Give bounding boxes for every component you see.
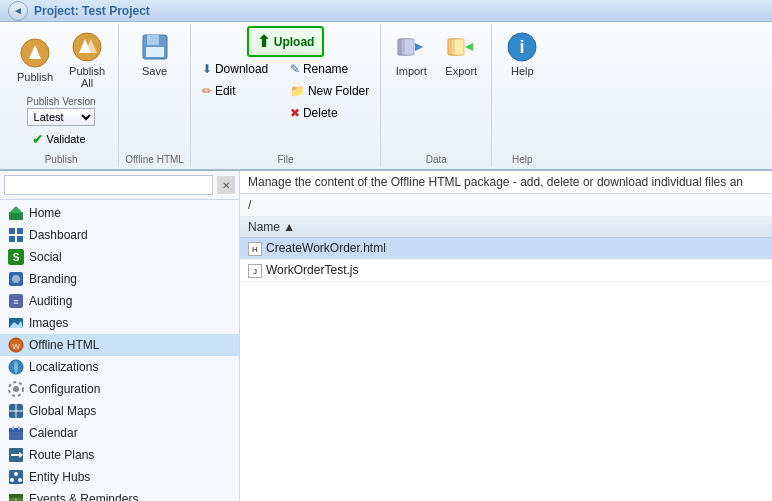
rename-button[interactable]: ✎ Rename	[285, 59, 374, 79]
routeplans-icon	[8, 447, 24, 463]
sidebar-item-routeplans-label: Route Plans	[29, 448, 94, 462]
edit-button[interactable]: ✏ Edit	[197, 81, 277, 101]
publish-icon	[19, 37, 51, 69]
svg-text:i: i	[520, 37, 525, 57]
publish-all-icon	[71, 31, 103, 63]
validate-button[interactable]: ✔ Validate	[27, 128, 96, 150]
social-icon: S	[8, 249, 24, 265]
export-button[interactable]: Export	[437, 26, 485, 82]
file-name: CreateWorkOrder.html	[266, 241, 386, 255]
save-button[interactable]: Save	[131, 26, 179, 82]
sidebar-item-configuration-label: Configuration	[29, 382, 100, 396]
localizations-icon	[8, 359, 24, 375]
sidebar-item-offline[interactable]: W Offline HTML	[0, 334, 239, 356]
current-path: /	[248, 198, 251, 212]
svg-rect-10	[404, 39, 414, 55]
svg-rect-23	[17, 236, 23, 242]
sidebar-item-routeplans[interactable]: Route Plans	[0, 444, 239, 466]
validate-check-icon: ✔	[32, 131, 44, 147]
sidebar-item-globalmaps[interactable]: Global Maps	[0, 400, 239, 422]
ribbon-group-data: Import Export Data	[381, 24, 492, 167]
svg-rect-41	[9, 428, 23, 432]
globalmaps-icon	[8, 403, 24, 419]
entityhubs-icon	[8, 469, 24, 485]
table-row[interactable]: HCreateWorkOrder.html	[240, 238, 772, 260]
column-name-header[interactable]: Name ▲	[240, 217, 772, 238]
sidebar-item-home[interactable]: Home	[0, 202, 239, 224]
upload-button[interactable]: ⬆ Upload	[247, 26, 325, 57]
export-label: Export	[445, 65, 477, 77]
back-button[interactable]: ◄	[8, 1, 28, 21]
file-icon: J	[248, 264, 262, 278]
help-button[interactable]: i Help	[498, 26, 546, 82]
sidebar-item-social[interactable]: S Social	[0, 246, 239, 268]
download-button[interactable]: ⬇ Download	[197, 59, 277, 79]
sidebar-item-auditing[interactable]: ≡ Auditing	[0, 290, 239, 312]
calendar-icon	[8, 425, 24, 441]
sidebar-item-entityhubs[interactable]: Entity Hubs	[0, 466, 239, 488]
publish-all-button[interactable]: PublishAll	[62, 26, 112, 94]
branding-icon	[8, 271, 24, 287]
ribbon-group-publish: Publish PublishAll Publish Version	[4, 24, 119, 167]
search-bar: ✕	[0, 171, 239, 200]
publish-button[interactable]: Publish	[10, 32, 60, 88]
svg-rect-21	[17, 228, 23, 234]
publish-all-label: PublishAll	[69, 65, 105, 89]
publish-label: Publish	[17, 71, 53, 83]
dashboard-icon	[8, 227, 24, 243]
new-folder-button[interactable]: 📁 New Folder	[285, 81, 374, 101]
title-bar: ◄ Project: Test Project	[0, 0, 772, 22]
sidebar-item-dashboard[interactable]: Dashboard	[0, 224, 239, 246]
path-bar: /	[240, 194, 772, 217]
clear-search-button[interactable]: ✕	[217, 176, 235, 194]
file-browser: / Name ▲ HCreateWorkOrder.htmlJWorkOrder…	[240, 194, 772, 501]
ribbon-group-file: ⬆ Upload ⬇ Download ✏ Edit ✎ Rename	[191, 24, 381, 167]
publish-version-label: Publish Version	[27, 96, 96, 107]
file-table: Name ▲ HCreateWorkOrder.htmlJWorkOrderTe…	[240, 217, 772, 282]
save-label: Save	[142, 65, 167, 77]
sidebar-item-branding[interactable]: Branding	[0, 268, 239, 290]
auditing-icon: ≡	[8, 293, 24, 309]
delete-icon: ✖	[290, 106, 300, 120]
file-icon: H	[248, 242, 262, 256]
sidebar-item-calendar[interactable]: Calendar	[0, 422, 239, 444]
svg-marker-19	[9, 206, 23, 213]
offline-group-label: Offline HTML	[125, 152, 184, 165]
upload-label: Upload	[274, 35, 315, 49]
sidebar: ✕ Home Dashboard S Social	[0, 171, 240, 501]
version-select[interactable]: Latest 1.0 2.0	[27, 108, 95, 126]
configuration-icon	[8, 381, 24, 397]
sidebar-item-events[interactable]: ! Events & Reminders	[0, 488, 239, 501]
svg-rect-42	[12, 426, 14, 430]
export-icon	[445, 31, 477, 63]
publish-group-label: Publish	[45, 152, 78, 165]
ribbon-group-help: i Help Help	[492, 24, 552, 167]
new-folder-label: New Folder	[308, 84, 369, 98]
sidebar-item-localizations[interactable]: Localizations	[0, 356, 239, 378]
sidebar-item-auditing-label: Auditing	[29, 294, 72, 308]
file-name: WorkOrderTest.js	[266, 263, 358, 277]
events-icon: !	[8, 491, 24, 501]
data-group-label: Data	[426, 152, 447, 165]
svg-marker-11	[415, 43, 423, 51]
help-icon: i	[506, 31, 538, 63]
help-label: Help	[511, 65, 534, 77]
sidebar-item-configuration[interactable]: Configuration	[0, 378, 239, 400]
file-group-label: File	[278, 152, 294, 165]
delete-button[interactable]: ✖ Delete	[285, 103, 374, 123]
sidebar-item-branding-label: Branding	[29, 272, 77, 286]
save-icon	[139, 31, 171, 63]
sidebar-item-images[interactable]: Images	[0, 312, 239, 334]
publish-buttons-top: Publish PublishAll	[10, 26, 112, 94]
table-row[interactable]: JWorkOrderTest.js	[240, 259, 772, 281]
import-button[interactable]: Import	[387, 26, 435, 82]
home-icon	[8, 205, 24, 221]
new-folder-icon: 📁	[290, 84, 305, 98]
edit-label: Edit	[215, 84, 236, 98]
file-col-left: ⬇ Download ✏ Edit	[197, 59, 277, 123]
delete-label: Delete	[303, 106, 338, 120]
import-label: Import	[396, 65, 427, 77]
data-buttons: Import Export	[387, 26, 485, 82]
search-input[interactable]	[4, 175, 213, 195]
ribbon: Publish PublishAll Publish Version	[0, 22, 772, 171]
